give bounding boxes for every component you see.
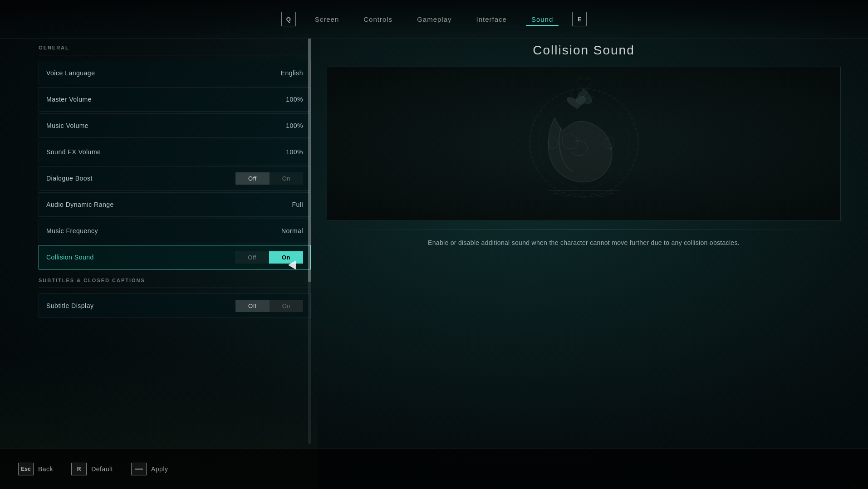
default-action[interactable]: R Default xyxy=(71,463,113,475)
setting-name-subtitle-display: Subtitle Display xyxy=(46,302,235,309)
detail-title: Collision Sound xyxy=(327,43,841,58)
setting-music-frequency[interactable]: Music Frequency Normal xyxy=(39,219,311,243)
default-label: Default xyxy=(91,465,113,473)
setting-voice-language[interactable]: Voice Language English xyxy=(39,61,311,85)
subtitle-display-on-button[interactable]: On xyxy=(270,300,303,312)
tab-screen[interactable]: Screen xyxy=(309,13,345,26)
tab-controls[interactable]: Controls xyxy=(358,13,398,26)
apply-key-badge: — xyxy=(131,463,147,475)
general-divider xyxy=(39,55,311,55)
subtitles-section-label: SUBTITLES & CLOSED CAPTIONS xyxy=(39,278,311,283)
setting-value-music-frequency: Normal xyxy=(281,227,303,235)
setting-value-audio-dynamic-range: Full xyxy=(292,201,303,208)
collision-sound-toggle[interactable]: Off On xyxy=(235,251,303,264)
scrollbar-thumb[interactable] xyxy=(308,39,311,282)
tab-gameplay[interactable]: Gameplay xyxy=(412,13,457,26)
apply-action[interactable]: — Apply xyxy=(131,463,168,475)
setting-name-audio-dynamic-range: Audio Dynamic Range xyxy=(46,201,292,208)
setting-name-collision-sound: Collision Sound xyxy=(46,254,235,261)
setting-name-dialogue-boost: Dialogue Boost xyxy=(46,175,235,182)
setting-value-master-volume: 100% xyxy=(286,96,303,103)
scrollbar-track xyxy=(308,39,311,444)
detail-image-inner xyxy=(327,67,840,220)
general-section-label: GENERAL xyxy=(39,45,311,50)
subtitle-display-off-button[interactable]: Off xyxy=(235,300,270,312)
nav-right-key[interactable]: E xyxy=(572,12,587,26)
setting-collision-sound[interactable]: Collision Sound Off On xyxy=(39,245,311,269)
back-action[interactable]: Esc Back xyxy=(18,463,53,475)
setting-name-music-frequency: Music Frequency xyxy=(46,227,281,235)
setting-value-sound-fx-volume: 100% xyxy=(286,148,303,156)
dialogue-boost-on-button[interactable]: On xyxy=(270,172,303,185)
collision-sound-on-button[interactable]: On xyxy=(269,251,303,264)
back-key-badge: Esc xyxy=(18,463,34,475)
subtitles-divider xyxy=(39,288,311,288)
tab-sound[interactable]: Sound xyxy=(526,13,559,26)
setting-music-volume[interactable]: Music Volume 100% xyxy=(39,113,311,138)
detail-image xyxy=(327,67,841,221)
dialogue-boost-off-button[interactable]: Off xyxy=(235,172,270,185)
default-key-badge: R xyxy=(71,463,87,475)
bottom-bar: Esc Back R Default — Apply xyxy=(0,448,868,489)
settings-panel: GENERAL Voice Language English Master Vo… xyxy=(39,39,311,444)
setting-master-volume[interactable]: Master Volume 100% xyxy=(39,87,311,112)
setting-value-voice-language: English xyxy=(281,69,303,77)
nav-left-key[interactable]: Q xyxy=(281,12,296,26)
subtitle-display-toggle[interactable]: Off On xyxy=(235,300,303,312)
setting-dialogue-boost[interactable]: Dialogue Boost Off On xyxy=(39,166,311,191)
detail-panel: Collision Sound xyxy=(327,39,841,444)
detail-divider xyxy=(327,229,841,230)
setting-name-music-volume: Music Volume xyxy=(46,122,286,129)
setting-subtitle-display[interactable]: Subtitle Display Off On xyxy=(39,293,311,318)
detail-description: Enable or disable additional sound when … xyxy=(327,238,841,249)
apply-label: Apply xyxy=(151,465,168,473)
setting-name-voice-language: Voice Language xyxy=(46,69,281,77)
dialogue-boost-toggle[interactable]: Off On xyxy=(235,172,303,185)
setting-name-sound-fx-volume: Sound FX Volume xyxy=(46,148,286,156)
tab-interface[interactable]: Interface xyxy=(471,13,512,26)
setting-audio-dynamic-range[interactable]: Audio Dynamic Range Full xyxy=(39,192,311,217)
setting-name-master-volume: Master Volume xyxy=(46,96,286,103)
rune-illustration xyxy=(511,73,657,215)
top-navigation: Q Screen Controls Gameplay Interface Sou… xyxy=(0,0,868,39)
setting-sound-fx-volume[interactable]: Sound FX Volume 100% xyxy=(39,140,311,164)
back-label: Back xyxy=(38,465,53,473)
collision-sound-off-button[interactable]: Off xyxy=(235,251,269,264)
setting-value-music-volume: 100% xyxy=(286,122,303,129)
